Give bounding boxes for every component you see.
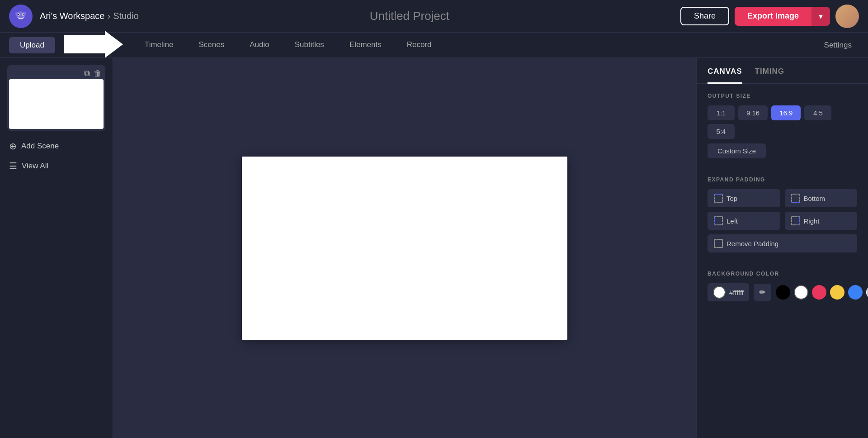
padding-left-icon — [714, 216, 723, 225]
padding-top-button[interactable]: Top — [708, 189, 780, 207]
toolbar-nav: Timeline Scenes Audio Subtitles Elements… — [132, 37, 817, 54]
output-size-section: OUTPUT SIZE 1:1 9:16 16:9 4:5 5:4 Custom… — [697, 84, 868, 167]
toolbar-subtitles[interactable]: Subtitles — [282, 37, 337, 54]
remove-padding-button[interactable]: Remove Padding — [708, 234, 857, 252]
add-icon: ⊕ — [9, 141, 17, 152]
canvas-area[interactable] — [113, 58, 696, 438]
padding-top-label: Top — [726, 195, 737, 202]
padding-right-icon — [791, 216, 800, 225]
sidebar: ⧉ 🗑 ⊕ Add Scene ☰ View All — [0, 58, 113, 438]
nav-separator: › — [108, 11, 111, 21]
padding-right-button[interactable]: Right — [785, 212, 858, 230]
toolbar: Upload Timeline Scenes Audio Subtitles E… — [0, 33, 868, 58]
canvas-frame[interactable] — [242, 157, 567, 340]
bg-color-preview[interactable]: #ffffff — [708, 283, 749, 301]
bg-color-row: #ffffff ✏ — [708, 283, 857, 301]
padding-bottom-label: Bottom — [804, 195, 826, 202]
bg-color-label: BACKGROUND COLOR — [708, 271, 857, 277]
swatch-yellow[interactable] — [830, 285, 844, 300]
size-buttons: 1:1 9:16 16:9 4:5 5:4 — [708, 105, 857, 139]
svg-point-7 — [24, 12, 26, 15]
padding-bottom-button[interactable]: Bottom — [785, 189, 858, 207]
swatch-black[interactable] — [776, 285, 790, 300]
workspace-nav: Ari's Workspace › Studio — [40, 11, 139, 21]
view-all-label: View All — [22, 162, 48, 171]
toolbar-scenes[interactable]: Scenes — [186, 37, 237, 54]
svg-point-5 — [23, 14, 24, 14]
tab-timing[interactable]: TIMING — [755, 58, 785, 84]
toolbar-settings[interactable]: Settings — [817, 37, 859, 53]
size-1-1[interactable]: 1:1 — [708, 105, 735, 120]
swatch-red[interactable] — [812, 285, 826, 300]
svg-point-4 — [18, 14, 19, 14]
padding-right-label: Right — [804, 217, 820, 225]
avatar[interactable] — [835, 5, 859, 28]
toolbar-elements[interactable]: Elements — [337, 37, 394, 54]
output-size-label: OUTPUT SIZE — [708, 93, 857, 99]
padding-grid: Top Bottom Left Right Remove Padding — [708, 189, 857, 252]
swatch-none[interactable] — [866, 285, 868, 300]
delete-icon[interactable]: 🗑 — [94, 69, 102, 78]
remove-padding-icon — [714, 239, 723, 248]
header-actions: Share Export Image ▾ — [680, 5, 859, 28]
color-swatches — [776, 285, 868, 300]
eyedropper-button[interactable]: ✏ — [754, 284, 771, 301]
workspace-link[interactable]: Ari's Workspace — [40, 11, 105, 21]
swatch-white[interactable] — [794, 285, 808, 300]
arrow-pointer — [64, 31, 123, 60]
size-5-4[interactable]: 5:4 — [708, 124, 735, 139]
padding-left-label: Left — [726, 217, 738, 225]
panel-tabs: CANVAS TIMING — [697, 58, 868, 84]
svg-point-6 — [15, 12, 18, 15]
main-layout: ⧉ 🗑 ⊕ Add Scene ☰ View All CANVAS TIMING… — [0, 58, 868, 438]
project-title[interactable]: Untitled Project — [146, 9, 673, 23]
swatch-blue[interactable] — [848, 285, 863, 300]
export-group: Export Image ▾ — [735, 7, 830, 26]
header: Ari's Workspace › Studio Untitled Projec… — [0, 0, 868, 33]
expand-padding-section: EXPAND PADDING Top Bottom Left Right — [697, 167, 868, 262]
background-color-section: BACKGROUND COLOR #ffffff ✏ — [697, 262, 868, 310]
bg-color-hex: #ffffff — [729, 289, 744, 296]
view-all-action[interactable]: ☰ View All — [7, 156, 105, 176]
padding-top-icon — [714, 194, 723, 203]
list-icon: ☰ — [9, 161, 17, 171]
logo[interactable] — [9, 5, 33, 28]
studio-label: Studio — [113, 11, 139, 21]
scene-card: ⧉ 🗑 — [7, 65, 105, 131]
remove-padding-label: Remove Padding — [726, 240, 778, 248]
toolbar-timeline[interactable]: Timeline — [132, 37, 186, 54]
export-chevron-button[interactable]: ▾ — [811, 7, 830, 26]
scene-thumbnail[interactable] — [9, 79, 104, 129]
padding-bottom-icon — [791, 194, 800, 203]
scene-card-toolbar: ⧉ 🗑 — [9, 67, 104, 79]
expand-padding-label: EXPAND PADDING — [708, 176, 857, 183]
copy-icon[interactable]: ⧉ — [84, 69, 90, 78]
custom-size-button[interactable]: Custom Size — [708, 143, 766, 158]
svg-marker-8 — [64, 31, 123, 58]
size-9-16[interactable]: 9:16 — [738, 105, 768, 120]
upload-button[interactable]: Upload — [9, 37, 55, 53]
toolbar-record[interactable]: Record — [394, 37, 444, 54]
add-scene-label: Add Scene — [21, 142, 59, 151]
padding-left-button[interactable]: Left — [708, 212, 780, 230]
toolbar-audio[interactable]: Audio — [237, 37, 282, 54]
bg-color-swatch — [713, 286, 726, 299]
size-4-5[interactable]: 4:5 — [804, 105, 831, 120]
add-scene-action[interactable]: ⊕ Add Scene — [7, 136, 105, 156]
right-panel: CANVAS TIMING OUTPUT SIZE 1:1 9:16 16:9 … — [696, 58, 868, 438]
size-16-9[interactable]: 16:9 — [771, 105, 801, 120]
share-button[interactable]: Share — [680, 7, 729, 25]
export-button[interactable]: Export Image — [735, 7, 811, 26]
tab-canvas[interactable]: CANVAS — [708, 58, 742, 84]
